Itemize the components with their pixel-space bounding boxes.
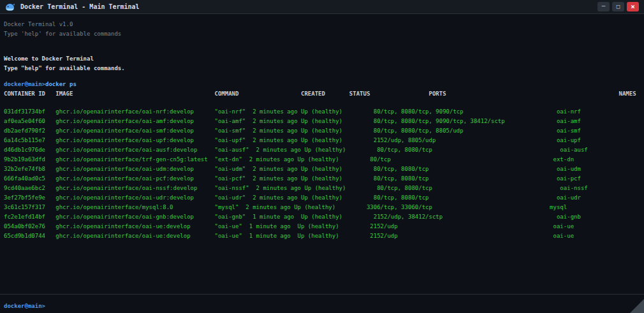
table-row: 054a0bf02e76 ghcr.io/openairinterface/oa… xyxy=(4,222,644,231)
terminal-input[interactable] xyxy=(45,302,428,309)
table-row: 3ef27bf5fe9e ghcr.io/openairinterface/oa… xyxy=(4,193,644,203)
resize-grip-icon[interactable] xyxy=(630,299,644,313)
command-text: docker ps xyxy=(45,81,77,87)
welcome-line: Type "help" for available commands. xyxy=(4,64,644,73)
docker-terminal-window: { "window": { "title": "Docker Terminal … xyxy=(0,0,644,313)
table-row: fc2e1efd14bf ghcr.io/openairinterface/oa… xyxy=(4,212,644,222)
table-row: 9b2b19a63dfd ghcr.io/openairinterface/tr… xyxy=(4,155,644,164)
executed-command-line: docker@main>docker ps xyxy=(4,80,644,89)
table-row: 32b2efe74fb8 ghcr.io/openairinterface/oa… xyxy=(4,164,644,174)
table-row: 666fa40ad0c5 ghcr.io/openairinterface/oa… xyxy=(4,174,644,184)
close-button[interactable]: × xyxy=(627,2,639,11)
table-row: 9cd40aae6bc2 ghcr.io/openairinterface/oa… xyxy=(4,184,644,193)
welcome-line: Welcome to Docker Terminal xyxy=(4,54,644,64)
input-prompt: docker@main> xyxy=(4,303,45,309)
banner-line: Type 'help' for available commands xyxy=(4,29,644,39)
table-header-row: CONTAINER ID IMAGE COMMAND CREATED STATU… xyxy=(4,89,644,99)
table-row: 6a14c5b115e7 ghcr.io/openairinterface/oa… xyxy=(4,136,644,145)
table-row: d46db1c976de ghcr.io/openairinterface/oa… xyxy=(4,145,644,155)
table-row: af0ea5e04f60 ghcr.io/openairinterface/oa… xyxy=(4,117,644,126)
minimize-icon: ─ xyxy=(602,4,605,10)
input-bar: docker@main> xyxy=(0,294,644,313)
docker-whale-icon xyxy=(5,3,15,11)
window-controls: ─ □ × xyxy=(597,2,639,11)
title-bar[interactable]: Docker Terminal - Main Terminal ─ □ × xyxy=(0,0,644,14)
table-row: 031df31734bf ghcr.io/openairinterface/oa… xyxy=(4,107,644,117)
window-title: Docker Terminal - Main Terminal xyxy=(20,3,597,10)
table-rows: 031df31734bf ghcr.io/openairinterface/oa… xyxy=(4,107,644,241)
banner-line: Docker Terminal v1.0 xyxy=(4,20,644,29)
terminal-output: Docker Terminal v1.0 Type 'help' for ava… xyxy=(0,15,644,294)
table-row: 65cd9b1d0744 ghcr.io/openairinterface/oa… xyxy=(4,231,644,241)
close-icon: × xyxy=(631,4,635,10)
prompt-label: docker@main> xyxy=(4,81,45,87)
maximize-icon: □ xyxy=(617,4,620,10)
table-row: db2aefd790f2 ghcr.io/openairinterface/oa… xyxy=(4,126,644,136)
maximize-button[interactable]: □ xyxy=(612,2,624,11)
table-row: 3c61c157f317 ghcr.io/openairinterface/my… xyxy=(4,203,644,212)
minimize-button[interactable]: ─ xyxy=(597,2,610,11)
